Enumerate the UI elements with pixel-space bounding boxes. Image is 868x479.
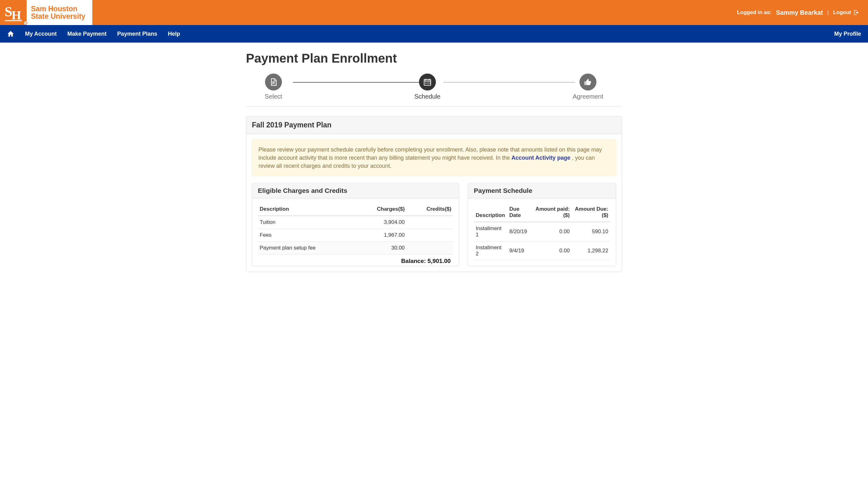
cell-paid: 0.00 bbox=[533, 222, 572, 241]
header-user-area: Logged in as: Sammy Bearkat | Logout bbox=[737, 0, 868, 25]
cell-desc: Payment plan setup fee bbox=[258, 242, 355, 255]
cell-desc: Installment 2 bbox=[474, 241, 507, 261]
cell-desc: Tuition bbox=[258, 216, 355, 229]
cell-desc: Installment 1 bbox=[474, 222, 507, 241]
user-name[interactable]: Sammy Bearkat bbox=[776, 9, 823, 16]
schedule-col-due: Due Date bbox=[507, 203, 533, 222]
svg-rect-8 bbox=[427, 82, 427, 82]
schedule-col-desc: Description bbox=[474, 203, 507, 222]
calendar-icon bbox=[423, 78, 432, 86]
enrollment-stepper: Select Schedule bbox=[246, 73, 622, 107]
balance-row: Balance: 5,901.00 bbox=[258, 255, 453, 265]
schedule-body: Description Due Date Amount paid: ($) Am… bbox=[468, 199, 616, 262]
brand-line-1: Sam Houston bbox=[31, 5, 92, 12]
brand-wordmark: TM Sam Houston State University bbox=[27, 0, 92, 25]
svg-text:S: S bbox=[4, 4, 12, 20]
plan-panel-title: Fall 2019 Payment Plan bbox=[246, 116, 622, 134]
plan-panel-body: Please review your payment schedule care… bbox=[246, 134, 622, 272]
nav-payment-plans[interactable]: Payment Plans bbox=[117, 31, 157, 37]
plan-columns: Eligible Charges and Credits Description… bbox=[252, 183, 616, 266]
eligible-col-credits: Credits($) bbox=[406, 203, 453, 216]
nav-home[interactable] bbox=[7, 30, 14, 37]
stepper-connector-2 bbox=[443, 82, 575, 83]
svg-text:H: H bbox=[11, 8, 21, 22]
cell-due: 9/4/19 bbox=[507, 241, 533, 261]
home-icon bbox=[7, 30, 14, 37]
svg-rect-14 bbox=[430, 83, 430, 84]
step-schedule-label: Schedule bbox=[414, 93, 440, 100]
table-row: Fees 1,967.00 bbox=[258, 229, 453, 242]
cell-charges: 30.00 bbox=[355, 242, 406, 255]
nav-help[interactable]: Help bbox=[168, 31, 180, 37]
brand-line-2: State University bbox=[31, 12, 92, 20]
eligible-table: Description Charges($) Credits($) Tuitio… bbox=[258, 203, 453, 255]
logout-link[interactable]: Logout bbox=[833, 9, 859, 16]
eligible-body: Description Charges($) Credits($) Tuitio… bbox=[252, 199, 459, 266]
logged-in-label: Logged in as: bbox=[737, 9, 772, 16]
table-row: Payment plan setup fee 30.00 bbox=[258, 242, 453, 255]
cell-credits bbox=[406, 216, 453, 229]
site-header: S H TM Sam Houston State University Logg… bbox=[0, 0, 868, 25]
logout-label: Logout bbox=[833, 9, 851, 16]
eligible-col-desc: Description bbox=[258, 203, 355, 216]
step-agreement-circle bbox=[580, 73, 596, 90]
separator: | bbox=[827, 9, 829, 16]
step-schedule[interactable]: Schedule bbox=[414, 73, 440, 100]
eligible-title: Eligible Charges and Credits bbox=[252, 183, 459, 199]
plan-panel: Fall 2019 Payment Plan Please review you… bbox=[246, 116, 622, 272]
schedule-panel: Payment Schedule Description Due Date Am… bbox=[468, 183, 616, 266]
page-title: Payment Plan Enrollment bbox=[246, 51, 622, 65]
step-select-label: Select bbox=[265, 93, 282, 100]
cell-credits bbox=[406, 242, 453, 255]
brand-mark: S H bbox=[0, 0, 27, 25]
nav-my-account[interactable]: My Account bbox=[25, 31, 57, 37]
trademark-icon: TM bbox=[24, 22, 28, 24]
svg-rect-13 bbox=[428, 83, 429, 84]
balance-value: 5,901.00 bbox=[427, 258, 451, 264]
sh-logo-icon: S H bbox=[4, 3, 23, 22]
cell-desc: Fees bbox=[258, 229, 355, 242]
stepper-connector-1 bbox=[293, 82, 425, 83]
thumbs-up-icon bbox=[584, 78, 592, 86]
cell-charges: 1,967.00 bbox=[355, 229, 406, 242]
brand-block: S H TM Sam Houston State University bbox=[0, 0, 92, 25]
step-select[interactable]: Select bbox=[265, 73, 282, 100]
svg-rect-12 bbox=[427, 83, 427, 84]
cell-credits bbox=[406, 229, 453, 242]
nav-my-profile[interactable]: My Profile bbox=[834, 31, 861, 37]
cell-paid: 0.00 bbox=[533, 241, 572, 261]
account-activity-link[interactable]: Account Activity page bbox=[511, 155, 570, 161]
cell-amount: 1,298.22 bbox=[572, 241, 610, 261]
svg-rect-10 bbox=[430, 82, 430, 82]
main-content: Payment Plan Enrollment Select bbox=[242, 42, 626, 272]
schedule-table: Description Due Date Amount paid: ($) Am… bbox=[474, 203, 610, 261]
logout-icon bbox=[854, 10, 859, 16]
step-select-circle bbox=[265, 73, 282, 90]
svg-rect-9 bbox=[428, 82, 429, 82]
table-row: Installment 1 8/20/19 0.00 590.10 bbox=[474, 222, 610, 241]
eligible-col-charges: Charges($) bbox=[355, 203, 406, 216]
table-row: Installment 2 9/4/19 0.00 1,298.22 bbox=[474, 241, 610, 261]
step-schedule-circle bbox=[419, 73, 436, 90]
cell-due: 8/20/19 bbox=[507, 222, 533, 241]
eligible-panel: Eligible Charges and Credits Description… bbox=[252, 183, 459, 266]
review-alert: Please review your payment schedule care… bbox=[252, 140, 616, 176]
document-icon bbox=[270, 78, 278, 86]
table-row: Tuition 3,904.00 bbox=[258, 216, 453, 229]
nav-make-payment[interactable]: Make Payment bbox=[67, 31, 106, 37]
cell-amount: 590.10 bbox=[572, 222, 610, 241]
schedule-title: Payment Schedule bbox=[468, 183, 616, 199]
svg-rect-11 bbox=[425, 83, 426, 84]
balance-label: Balance: bbox=[401, 258, 426, 264]
step-agreement[interactable]: Agreement bbox=[572, 73, 603, 100]
cell-charges: 3,904.00 bbox=[355, 216, 406, 229]
schedule-col-paid: Amount paid: ($) bbox=[533, 203, 572, 222]
svg-rect-7 bbox=[425, 82, 426, 82]
step-agreement-label: Agreement bbox=[572, 93, 603, 100]
schedule-col-amount: Amount Due: ($) bbox=[572, 203, 610, 222]
main-nav: My Account Make Payment Payment Plans He… bbox=[0, 25, 868, 42]
